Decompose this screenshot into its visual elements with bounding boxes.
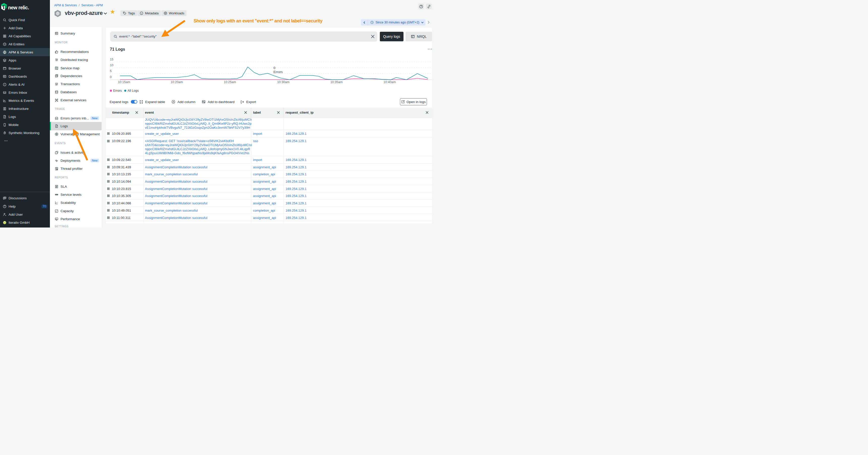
- svg-text:new relic.: new relic.: [8, 5, 29, 10]
